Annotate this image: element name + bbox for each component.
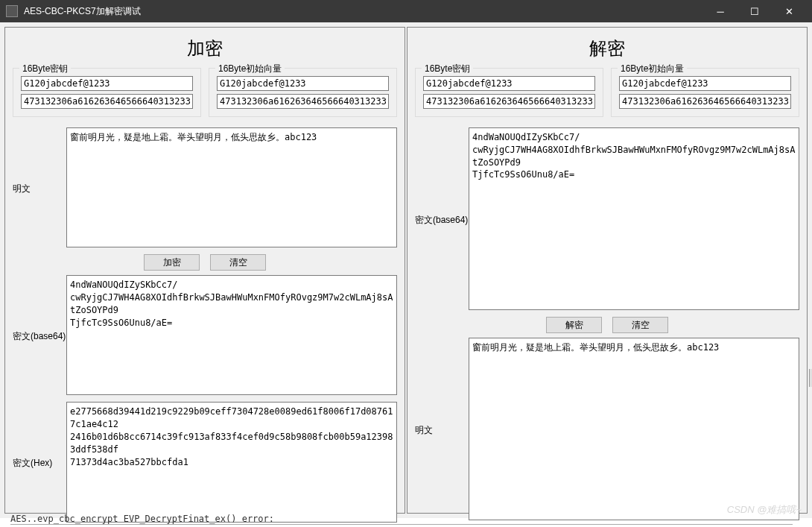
decrypt-key-hex[interactable] bbox=[423, 94, 595, 109]
decrypt-plain-label: 明文 bbox=[415, 424, 469, 437]
decrypt-cipher-b64-label: 密文(base64) bbox=[415, 214, 469, 227]
close-button[interactable]: ✕ bbox=[772, 0, 806, 22]
encrypt-cipher-b64-label: 密文(base64) bbox=[13, 330, 66, 343]
decrypt-clear-button[interactable]: 清空 bbox=[612, 317, 668, 333]
maximize-button[interactable]: ☐ bbox=[738, 0, 772, 22]
decrypt-iv-hex[interactable] bbox=[619, 94, 791, 109]
decrypt-cipher-b64-input[interactable] bbox=[469, 127, 799, 310]
main-content: 加密 16Byte密钥 16Byte初始向量 明文 加密 清空 密文(base6… bbox=[0, 22, 812, 518]
decrypt-key-text[interactable] bbox=[423, 76, 595, 91]
encrypt-cipher-b64-row: 密文(base64) bbox=[13, 275, 397, 397]
decrypt-iv-legend: 16Byte初始向量 bbox=[618, 63, 687, 75]
encrypt-iv-text[interactable] bbox=[217, 76, 389, 91]
app-icon bbox=[6, 5, 18, 17]
decrypt-button[interactable]: 解密 bbox=[546, 317, 602, 333]
encrypt-iv-legend: 16Byte初始向量 bbox=[215, 63, 285, 75]
window-titlebar: AES-CBC-PKCS7加解密调试 ─ ☐ ✕ bbox=[0, 0, 812, 22]
decrypt-plain-row: 明文 bbox=[415, 338, 799, 523]
encrypt-iv-group: 16Byte初始向量 bbox=[209, 68, 397, 117]
encrypt-key-legend: 16Byte密钥 bbox=[19, 63, 71, 75]
encrypt-cipher-hex-label: 密文(Hex) bbox=[13, 457, 66, 470]
encrypt-iv-hex[interactable] bbox=[217, 94, 389, 109]
minimize-button[interactable]: ─ bbox=[703, 0, 738, 22]
encrypt-key-row: 16Byte密钥 16Byte初始向量 bbox=[13, 68, 397, 117]
encrypt-button-row: 加密 清空 bbox=[13, 254, 397, 271]
window-title: AES-CBC-PKCS7加解密调试 bbox=[24, 5, 703, 18]
decrypt-key-legend: 16Byte密钥 bbox=[422, 63, 473, 75]
decrypt-key-group: 16Byte密钥 bbox=[415, 68, 603, 117]
encrypt-key-hex[interactable] bbox=[21, 94, 193, 109]
encrypt-clear-button[interactable]: 清空 bbox=[210, 254, 266, 271]
encrypt-button[interactable]: 加密 bbox=[144, 254, 200, 271]
watermark-text: CSDN @难搞哦~ bbox=[727, 503, 802, 517]
decrypt-iv-group: 16Byte初始向量 bbox=[611, 68, 799, 117]
decrypt-pane: 解密 16Byte密钥 16Byte初始向量 密文(base64) 解密 清空 … bbox=[407, 27, 808, 514]
decrypt-key-row: 16Byte密钥 16Byte初始向量 bbox=[415, 68, 799, 117]
decrypt-button-row: 解密 清空 bbox=[415, 317, 799, 333]
bottom-error-text: AES..evp_cbc_encrypt EVP_DecryptFinat_ex… bbox=[10, 514, 793, 525]
encrypt-pane: 加密 16Byte密钥 16Byte初始向量 明文 加密 清空 密文(base6… bbox=[4, 27, 405, 514]
encrypt-cipher-hex-row: 密文(Hex) bbox=[13, 402, 397, 524]
encrypt-plain-input[interactable] bbox=[66, 127, 397, 247]
encrypt-key-group: 16Byte密钥 bbox=[13, 68, 201, 117]
encrypt-plain-label: 明文 bbox=[13, 183, 66, 195]
encrypt-cipher-b64-output[interactable] bbox=[66, 275, 397, 395]
decrypt-plain-output[interactable] bbox=[469, 338, 799, 520]
encrypt-key-text[interactable] bbox=[21, 76, 193, 91]
encrypt-cipher-hex-output[interactable] bbox=[66, 402, 397, 522]
encrypt-plain-row: 明文 bbox=[13, 127, 397, 250]
decrypt-iv-text[interactable] bbox=[619, 76, 791, 91]
right-edge-strip bbox=[809, 369, 812, 387]
decrypt-cipher-b64-row: 密文(base64) bbox=[415, 127, 799, 312]
